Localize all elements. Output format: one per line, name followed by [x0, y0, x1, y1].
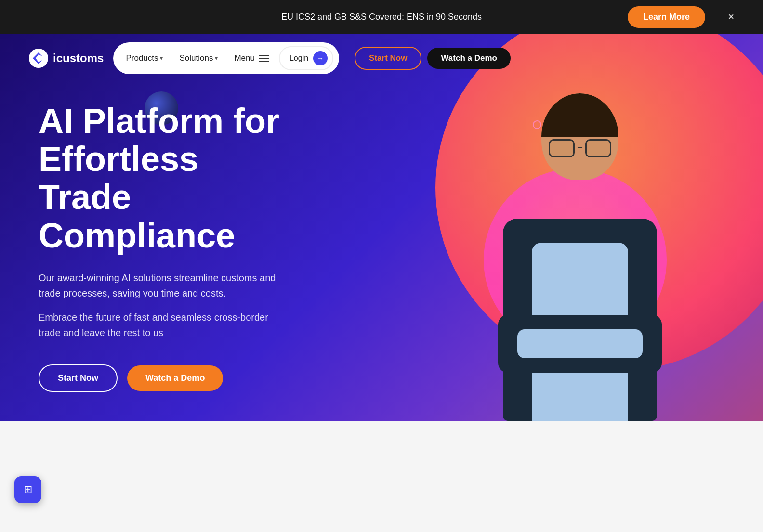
hero-section: icustoms Products ▾ Solutions ▾ Menu [0, 34, 763, 421]
nav-pill: Products ▾ Solutions ▾ Menu Login → [113, 42, 339, 74]
menu-label: Menu [234, 53, 255, 63]
banner-close-button[interactable]: × [728, 11, 734, 23]
menu-button[interactable]: Menu [227, 51, 276, 66]
hero-content: AI Platform for Effortless Trade Complia… [0, 83, 328, 421]
products-chevron-icon: ▾ [160, 55, 163, 62]
hero-buttons: Start Now Watch a Demo [39, 364, 289, 392]
hero-start-now-button[interactable]: Start Now [39, 364, 118, 392]
nav-watch-demo-button[interactable]: Watch a Demo [427, 48, 511, 69]
top-banner: EU ICS2 and GB S&S Covered: ENS in 90 Se… [0, 0, 763, 34]
banner-text: EU ICS2 and GB S&S Covered: ENS in 90 Se… [281, 12, 482, 22]
logo-icon [29, 49, 48, 68]
chat-widget-button[interactable]: ⊞ [14, 476, 41, 503]
hero-subtitle-1: Our award-winning AI solutions streamlin… [39, 270, 289, 301]
person-glasses [549, 139, 611, 157]
glass-bridge [578, 147, 582, 148]
solutions-button[interactable]: Solutions ▾ [172, 51, 224, 66]
chat-widget-icon: ⊞ [24, 483, 32, 496]
glass-left [549, 139, 575, 157]
products-button[interactable]: Products ▾ [119, 51, 170, 66]
hero-person-image [455, 74, 705, 421]
solutions-label: Solutions [179, 53, 213, 63]
hero-title-line3: Compliance [39, 216, 235, 255]
nav-start-now-button[interactable]: Start Now [355, 47, 421, 70]
solutions-chevron-icon: ▾ [215, 55, 218, 62]
hamburger-icon [259, 55, 269, 62]
navigation: icustoms Products ▾ Solutions ▾ Menu [0, 34, 763, 83]
person-forearms [517, 329, 643, 358]
hero-title-line2: Effortless Trade [39, 140, 198, 216]
hero-subtitle-2: Embrace the future of fast and seamless … [39, 310, 289, 340]
hero-title-line1: AI Platform for [39, 102, 279, 140]
login-label: Login [289, 54, 308, 63]
products-label: Products [126, 53, 158, 63]
person-hair [541, 93, 618, 137]
glass-right [585, 139, 611, 157]
hero-title: AI Platform for Effortless Trade Complia… [39, 102, 289, 255]
person-body [503, 219, 657, 421]
person-head [541, 93, 618, 180]
svg-point-0 [29, 49, 48, 68]
learn-more-button[interactable]: Learn More [628, 6, 705, 28]
logo-text: icustoms [53, 52, 104, 65]
person-arms [498, 315, 662, 373]
person-figure [469, 93, 691, 421]
hero-watch-demo-button[interactable]: Watch a Demo [127, 365, 223, 391]
login-button[interactable]: Login → [279, 46, 333, 70]
login-arrow-icon: → [313, 51, 328, 65]
logo[interactable]: icustoms [29, 49, 104, 68]
below-section [0, 421, 763, 532]
